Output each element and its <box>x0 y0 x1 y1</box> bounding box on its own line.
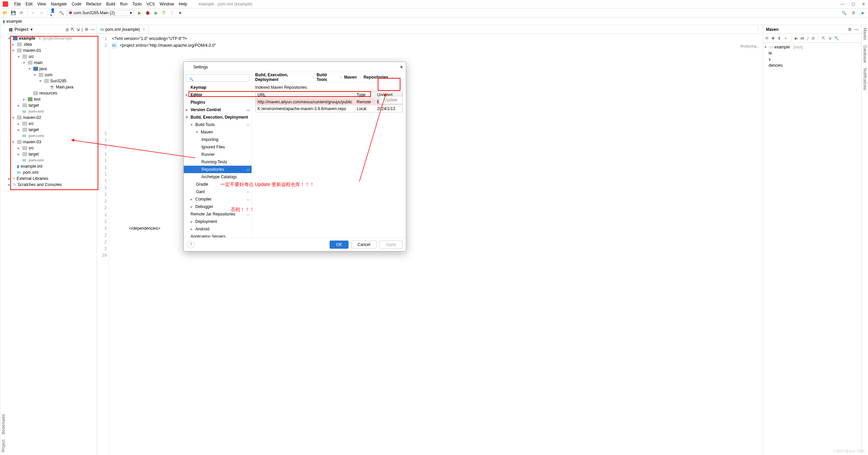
st-gant[interactable]: Gant▭ <box>184 188 252 195</box>
st-buildtools[interactable]: ▾Build Tools▭ <box>184 121 252 128</box>
help-icon[interactable]: ? <box>187 241 195 248</box>
tree-iml[interactable]: example.iml <box>21 164 42 169</box>
chevron-down-icon[interactable]: ▾ <box>31 27 33 32</box>
maven-partial[interactable]: dencies <box>769 63 783 68</box>
menu-window[interactable]: Window <box>160 2 174 6</box>
update-button[interactable]: Update <box>379 96 402 104</box>
tree-target3[interactable]: target <box>28 152 39 157</box>
menu-refactor[interactable]: Refactor <box>86 2 101 6</box>
bc-back-icon[interactable]: ← <box>391 75 395 80</box>
bc-bed[interactable]: Build, Execution, Deployment <box>255 73 310 82</box>
stop-icon[interactable]: ■ <box>177 10 183 16</box>
skip-icon[interactable]: ⧸ <box>807 36 809 41</box>
close-icon[interactable]: ✕ <box>862 2 865 6</box>
menu-tools[interactable]: Tools <box>132 2 142 6</box>
rail-bookmarks[interactable]: Bookmarks <box>1 414 6 434</box>
back-icon[interactable]: ← <box>30 10 36 16</box>
tree-main[interactable]: main <box>34 60 43 65</box>
tree-resources[interactable]: resources <box>39 91 57 96</box>
run-icon[interactable]: ▶ <box>136 10 142 16</box>
tree-sun[interactable]: Sun3285 <box>50 79 66 83</box>
sync-icon[interactable]: ⟳ <box>18 10 24 16</box>
menu-build[interactable]: Build <box>106 2 115 6</box>
tree-src[interactable]: src <box>28 54 34 59</box>
settings-tree[interactable]: Keymap ▸Editor Plugins ▸Version Control▭… <box>184 84 252 237</box>
tree-pom-root[interactable]: pom.xml <box>23 170 38 175</box>
close-tab-icon[interactable]: × <box>143 27 145 32</box>
tree-pom1[interactable]: pom.xml <box>28 109 44 114</box>
play-icon[interactable]: ▶ <box>860 10 866 16</box>
expand-icon[interactable]: ⇱ <box>822 36 825 41</box>
menu-vcs[interactable]: VCS <box>146 2 155 6</box>
col-url[interactable]: URL <box>256 91 355 99</box>
menu-code[interactable]: Code <box>72 2 81 6</box>
st-android[interactable]: ▸Android <box>184 225 252 233</box>
forward-icon[interactable]: → <box>38 10 44 16</box>
rail-database[interactable]: Database <box>862 45 867 63</box>
settings-search-input[interactable] <box>186 74 250 82</box>
breadcrumb-item[interactable]: example <box>6 19 22 24</box>
menu-file[interactable]: File <box>14 2 21 6</box>
add-icon[interactable]: ＋ <box>784 35 788 41</box>
nav-bar[interactable]: ▮ example <box>0 18 868 25</box>
tree-idea[interactable]: .idea <box>23 42 32 47</box>
rail-maven[interactable]: Maven <box>862 28 867 40</box>
project-tab-title[interactable]: Project <box>15 27 28 32</box>
rail-project[interactable]: Project <box>1 440 6 452</box>
bc-mvn[interactable]: Maven <box>344 75 357 80</box>
st-repositories[interactable]: Repositories▭ <box>184 166 252 173</box>
maven-partial[interactable]: le <box>769 51 772 56</box>
tree-src2[interactable]: src <box>28 121 34 126</box>
menu-help[interactable]: Help <box>179 2 187 6</box>
tab-more-icon[interactable]: ⋮ <box>753 25 763 34</box>
run-config-selector[interactable]: ✱ com.Sun3285.Main (2) ▾ <box>66 10 134 16</box>
maven-root[interactable]: example <box>774 45 790 49</box>
root-module[interactable]: example <box>19 36 35 41</box>
tree-src3[interactable]: src <box>28 146 34 150</box>
run-icon[interactable]: ▶ <box>795 36 798 41</box>
collapse-icon[interactable]: ⇲ <box>828 36 831 41</box>
st-debugger[interactable]: ▸Debugger <box>184 203 252 210</box>
cancel-button[interactable]: Cancel <box>351 241 377 249</box>
st-archetype[interactable]: Archetype Catalogs <box>184 173 252 181</box>
tree-target1[interactable]: target <box>28 103 39 108</box>
open-icon[interactable]: 📂 <box>2 10 8 16</box>
editor-tab[interactable]: m pom.xml (example) × <box>97 25 149 34</box>
menu-run[interactable]: Run <box>120 2 127 6</box>
target-icon[interactable]: ◎ <box>65 27 69 32</box>
wrench-icon[interactable]: 🔧 <box>834 36 839 41</box>
tree-maven01[interactable]: maven-01 <box>23 48 41 53</box>
dialog-close-icon[interactable]: ✕ <box>400 65 403 69</box>
st-vcs[interactable]: ▸Version Control▭ <box>184 106 252 113</box>
maven-partial[interactable]: s <box>769 57 771 62</box>
st-compiler[interactable]: ▸Compiler▭ <box>184 195 252 203</box>
tree-mainjava[interactable]: Main.java <box>56 85 73 89</box>
tree-target2[interactable]: target <box>28 127 39 132</box>
debug-icon[interactable]: 🐞 <box>144 10 151 16</box>
search-icon[interactable]: 🔍 <box>841 10 847 16</box>
profile-icon[interactable]: ⏱ <box>161 10 167 16</box>
st-maven[interactable]: ▾Maven <box>184 128 252 136</box>
st-editor[interactable]: ▸Editor <box>184 91 252 99</box>
offline-icon[interactable]: ⊘ <box>811 36 815 41</box>
gear-icon[interactable]: ⚙ <box>848 27 852 32</box>
tree-test[interactable]: test <box>34 97 40 102</box>
maximize-icon[interactable]: ▢ <box>851 2 855 6</box>
st-importing[interactable]: Importing <box>184 136 252 143</box>
st-ignored[interactable]: Ignored Files <box>184 143 252 151</box>
hide-icon[interactable]: — <box>91 27 95 32</box>
download-icon[interactable]: ⬇ <box>777 36 781 41</box>
menu-navigate[interactable]: Navigate <box>51 2 67 6</box>
tree-maven02[interactable]: maven-02 <box>23 115 41 120</box>
save-icon[interactable]: 💾 <box>10 10 16 16</box>
menu-view[interactable]: View <box>37 2 46 6</box>
tree-ext-libs[interactable]: External Libraries <box>17 176 48 181</box>
tree-com[interactable]: com <box>45 73 53 77</box>
collapse-icon[interactable]: ⇲ <box>76 27 80 32</box>
repo-row-local[interactable]: K:/environment/apache-maven-3.9.6/maven-… <box>256 105 402 112</box>
generate-icon[interactable]: ✚ <box>771 36 775 41</box>
tree-pom2[interactable]: pom.xml <box>28 133 44 138</box>
rail-notifications[interactable]: Notifications <box>862 68 867 90</box>
settings-icon[interactable]: ⚙ <box>850 10 856 16</box>
st-appservers[interactable]: Application Servers <box>184 233 252 237</box>
